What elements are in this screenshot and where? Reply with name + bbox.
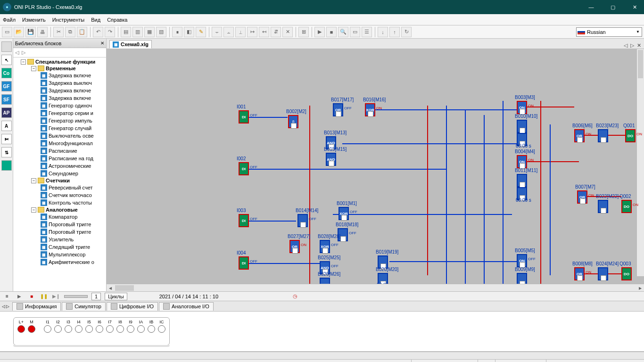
tree-item[interactable]: ▦Генератор случай — [14, 124, 105, 132]
tool-align5[interactable]: ↤ — [259, 27, 269, 37]
io-col[interactable]: I8 — [116, 320, 124, 333]
sim-step-back[interactable]: ≡ — [3, 293, 11, 300]
tree-item[interactable]: ▦Астрономические — [14, 162, 105, 170]
hscrollbar[interactable]: ◀ ▶ — [107, 284, 644, 291]
tree-group[interactable]: −Временные — [14, 65, 105, 72]
scroll-track[interactable] — [114, 284, 636, 291]
library-close-icon[interactable]: ✕ — [100, 41, 104, 46]
tool-b[interactable]: ▥ — [132, 27, 143, 37]
tool-e[interactable]: ∎ — [172, 27, 182, 37]
bottom-tab[interactable]: Информация — [12, 302, 61, 311]
tool-paste[interactable]: 📋 — [77, 27, 87, 37]
block-Q003[interactable]: DO — [621, 267, 632, 280]
block-B003[M3][interactable]: ON — [517, 101, 527, 114]
tool-i[interactable]: ☰ — [362, 27, 372, 37]
tree-item[interactable]: ▦Счетчик моточасо — [14, 191, 105, 199]
sidetool[interactable] — [1, 41, 12, 52]
tool-align4[interactable]: ↦ — [247, 27, 257, 37]
tool-align6[interactable]: ⇵ — [271, 27, 281, 37]
sim-play[interactable]: ▶ — [15, 293, 24, 300]
tab-schema[interactable]: ▦ Схема0.xlg — [109, 40, 152, 49]
tab-close-icon[interactable]: ✕ — [637, 42, 641, 49]
sidetool[interactable]: SF — [1, 94, 12, 105]
tool-redo[interactable]: ↷ — [105, 27, 115, 37]
tree-item[interactable]: ▦Расписание на год — [14, 155, 105, 162]
tool-a[interactable]: ▤ — [121, 27, 131, 37]
io-led[interactable] — [44, 325, 51, 333]
next-icon[interactable]: ▷ — [22, 49, 25, 56]
block-B027[M27][interactable]: OR — [289, 240, 300, 253]
block-B023[M23][interactable] — [598, 129, 608, 142]
block-B005[M5][interactable]: ON — [517, 254, 527, 267]
tree-item[interactable]: ▦Следящий тригге — [14, 243, 105, 251]
sidetool[interactable]: GF — [1, 81, 12, 91]
close-button[interactable]: ✕ — [628, 2, 641, 12]
tool-new[interactable]: ▭ — [2, 27, 12, 37]
tree-item[interactable]: ▦Компаратор — [14, 213, 105, 221]
io-led[interactable] — [65, 325, 72, 333]
block-B002[M2][interactable]: ▯ — [288, 115, 298, 128]
block-B024[M24][interactable] — [598, 267, 608, 280]
io-led[interactable] — [106, 325, 114, 333]
block-B007[M7][interactable]: OR — [577, 190, 587, 204]
tool-undo[interactable]: ↶ — [93, 27, 103, 37]
io-col[interactable]: I5 — [85, 320, 93, 333]
tree-group[interactable]: −Счетчики — [14, 177, 105, 184]
maximize-button[interactable]: ▢ — [606, 2, 619, 12]
sidetool[interactable]: AP — [1, 107, 12, 118]
tool-h[interactable]: ▭ — [350, 27, 360, 37]
vscrollbar[interactable] — [636, 49, 644, 276]
sim-pause[interactable]: ❚❚ — [40, 293, 48, 300]
menu-Инструменты[interactable]: Инструменты — [52, 17, 85, 23]
block-B028[M28][interactable]: XOR — [320, 240, 330, 253]
menu-Изменить[interactable]: Изменить — [22, 17, 46, 23]
sidetool[interactable] — [1, 160, 12, 171]
tool-play[interactable]: ▶ — [314, 27, 325, 37]
tool-l[interactable]: ↻ — [401, 27, 412, 37]
menu-Справка[interactable]: Справка — [107, 17, 127, 23]
cycles-value[interactable]: 1 — [91, 293, 101, 300]
block-B001[M1][interactable]: XOR — [339, 207, 349, 220]
tree-item[interactable]: ▦Усилитель — [14, 236, 105, 243]
tool-copy[interactable]: ⧉ — [65, 27, 75, 37]
tool-k[interactable]: ↑ — [389, 27, 400, 37]
sidetool[interactable]: A — [1, 121, 12, 131]
io-led[interactable] — [75, 325, 83, 333]
canvas[interactable]: DII001OFFDII002OFFDII003OFFDII004OFF▯B00… — [107, 49, 644, 284]
block-Q002[interactable]: DO — [621, 200, 632, 213]
tool-align2[interactable]: ⫠ — [223, 27, 234, 37]
tool-save[interactable]: 💾 — [25, 27, 36, 37]
io-led[interactable] — [54, 325, 62, 333]
tree-item[interactable]: ▦Реверсивный счет — [14, 184, 105, 191]
sidetool[interactable]: Co — [1, 68, 12, 78]
block-B006[M6][interactable]: OR — [574, 129, 585, 142]
sidetool[interactable]: ✄ — [1, 134, 12, 144]
io-led[interactable] — [85, 325, 93, 333]
tool-zoom[interactable]: 🔍 — [338, 27, 348, 37]
tree-root[interactable]: −Специальные функции — [14, 58, 105, 65]
io-col[interactable]: IC — [158, 320, 165, 333]
tool-cut[interactable]: ✂ — [53, 27, 64, 37]
io-col[interactable]: I6 — [96, 320, 103, 333]
block-I002[interactable]: DI — [239, 162, 249, 175]
block-I004[interactable]: DI — [239, 256, 249, 270]
library-tree[interactable]: −Специальные функции−Временные▦Задержка … — [13, 58, 106, 291]
tab-prev-icon[interactable]: ◁ — [624, 42, 627, 49]
tree-item[interactable]: ▦Расписание — [14, 147, 105, 155]
minimize-button[interactable]: — — [585, 2, 598, 12]
tree-item[interactable]: ▦Генератор импуль — [14, 117, 105, 124]
menu-Вид[interactable]: Вид — [91, 17, 100, 23]
bottom-tab[interactable]: Симулятор — [62, 302, 106, 311]
scroll-left-icon[interactable]: ◀ — [107, 284, 114, 292]
tool-align7[interactable]: ✕ — [282, 27, 293, 37]
io-led[interactable] — [148, 325, 155, 333]
sim-stop[interactable]: ■ — [27, 293, 36, 300]
block-B010[M10][interactable] — [517, 120, 527, 133]
tool-j[interactable]: ↓ — [378, 27, 388, 37]
io-col[interactable]: IB — [148, 320, 155, 333]
block-B016[M16][interactable]: XOR — [365, 103, 375, 116]
sidetool[interactable]: ⇅ — [1, 147, 12, 157]
tree-item[interactable]: ▦Многофункционал — [14, 140, 105, 147]
tool-align3[interactable]: ⟂ — [235, 27, 246, 37]
sim-scrollbar[interactable] — [0, 352, 644, 359]
